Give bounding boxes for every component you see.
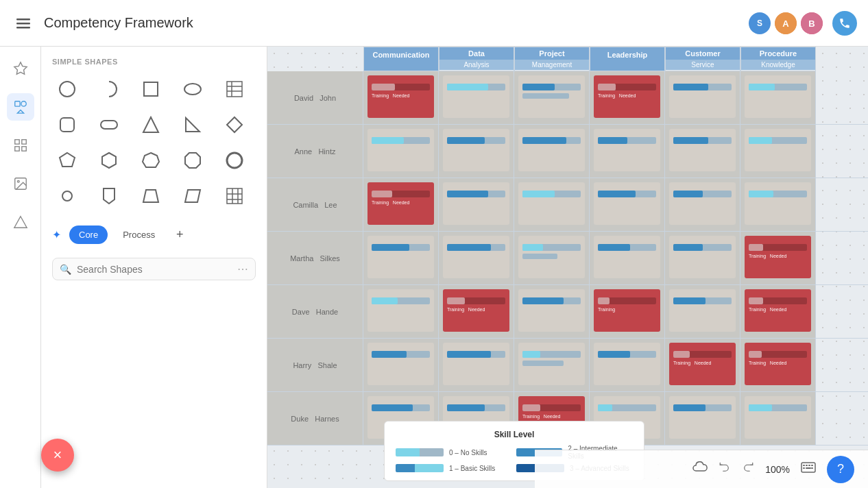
svg-marker-30 — [60, 153, 75, 167]
cell-3-1: Training Needed — [363, 178, 439, 231]
tab-process[interactable]: Process — [113, 225, 165, 244]
cell-4-2 — [439, 232, 514, 284]
svg-marker-37 — [143, 190, 158, 202]
cell-3-4 — [590, 178, 665, 231]
cell-7-6 — [740, 392, 816, 445]
shape-trapezoid[interactable] — [136, 181, 166, 211]
table-row: Martha Silkes — [267, 232, 868, 285]
redo-icon[interactable] — [742, 461, 754, 477]
shape-arc[interactable] — [94, 74, 124, 104]
svg-marker-31 — [102, 153, 116, 168]
header-avatars: S A B — [749, 11, 857, 36]
add-tab-button[interactable]: + — [170, 225, 189, 244]
legend-bar-0 — [396, 448, 444, 456]
legend-item-1: 1 – Basic Skills — [396, 464, 512, 472]
cell-1-4: Training Needed — [590, 71, 665, 124]
sidebar-icon-star[interactable] — [7, 55, 34, 82]
cell-3-5 — [665, 178, 740, 231]
col-data-top: Data — [439, 47, 514, 60]
cell-4-4 — [590, 232, 665, 284]
cell-2-6 — [740, 125, 816, 178]
svg-marker-36 — [104, 188, 114, 204]
cell-2-4 — [590, 125, 665, 178]
row-label-3: Camilla Lee — [267, 178, 363, 231]
sidebar-icon-grid[interactable] — [7, 132, 34, 159]
cell-1-5 — [665, 71, 740, 124]
search-options-icon[interactable]: ⋯ — [237, 263, 248, 276]
shape-pentagon[interactable] — [52, 145, 82, 175]
shape-ellipse[interactable] — [178, 74, 208, 104]
table-row: Dave Hande Training Needed Training — [267, 285, 868, 339]
shape-grid[interactable] — [219, 181, 250, 211]
shape-diamond[interactable] — [219, 110, 250, 140]
table-row: David John Training Needed Training — [267, 71, 868, 125]
col-customer-top: Customer — [666, 47, 740, 60]
shape-rounded-rect[interactable] — [94, 110, 124, 140]
zoom-level: 100% — [765, 464, 790, 475]
cell-5-5 — [665, 285, 740, 338]
col-data-sub: Analysis — [439, 60, 514, 70]
shape-hexagon[interactable] — [94, 145, 124, 175]
svg-point-34 — [227, 153, 242, 168]
cell-6-4 — [590, 339, 665, 391]
cloud-icon[interactable] — [692, 461, 708, 477]
cell-2-5 — [665, 125, 740, 178]
cell-2-2 — [439, 125, 514, 178]
keyboard-icon[interactable] — [801, 462, 816, 476]
svg-marker-7 — [14, 62, 26, 74]
svg-rect-13 — [14, 147, 19, 151]
table-row: Anne Hintz — [267, 125, 868, 178]
fab-button[interactable]: × — [41, 439, 74, 472]
row-label-7: Duke Harnes — [267, 392, 363, 445]
help-button[interactable]: ? — [827, 456, 854, 483]
sidebar-icon-shapes[interactable] — [7, 93, 34, 121]
col-project-top: Project — [515, 47, 589, 60]
col-procedure-top: Procedure — [741, 47, 815, 60]
shape-small-circle[interactable] — [52, 181, 82, 211]
sidebar-icon-triangle[interactable] — [7, 208, 34, 236]
svg-rect-1 — [16, 23, 30, 25]
cell-6-5: Training Needed — [665, 339, 740, 391]
svg-point-18 — [60, 82, 75, 97]
shape-square[interactable] — [136, 74, 166, 104]
shape-circle[interactable] — [52, 74, 82, 104]
shape-triangle[interactable] — [136, 110, 166, 140]
row-label-1: David John — [267, 71, 363, 124]
svg-rect-21 — [227, 82, 242, 97]
cell-1-3 — [514, 71, 590, 124]
cell-3-3 — [514, 178, 590, 231]
shapes-panel: SIMPLE SHAPES — [41, 47, 267, 488]
shapes-grid — [52, 74, 256, 211]
shape-circle-outline[interactable] — [219, 145, 250, 175]
legend-label-1: 1 – Basic Skills — [449, 465, 495, 472]
shape-shield[interactable] — [94, 181, 124, 211]
hamburger-button[interactable] — [11, 11, 36, 36]
page-title: Competency Framework — [44, 15, 749, 31]
svg-marker-10 — [17, 110, 23, 114]
cell-5-2: Training Needed — [439, 285, 514, 338]
tab-core[interactable]: Core — [69, 225, 108, 244]
shape-heptagon[interactable] — [136, 145, 166, 175]
cell-4-6: Training Needed — [740, 232, 816, 284]
legend-label-0: 0 – No Skills — [449, 449, 487, 456]
undo-icon[interactable] — [719, 461, 731, 477]
svg-point-16 — [17, 180, 19, 182]
table-row: Camilla Lee Training Needed — [267, 178, 868, 232]
column-headers: Communication Data Analysis Project Mana… — [363, 47, 868, 71]
cell-6-6: Training Needed — [740, 339, 816, 391]
shape-right-triangle[interactable] — [178, 110, 208, 140]
svg-text:B: B — [808, 19, 815, 29]
search-input[interactable] — [77, 264, 237, 275]
cell-1-2 — [439, 71, 514, 124]
svg-rect-12 — [21, 140, 25, 144]
shape-rounded-square[interactable] — [52, 110, 82, 140]
phone-button[interactable] — [832, 11, 857, 36]
svg-marker-32 — [143, 153, 159, 167]
sidebar-icon-image[interactable] — [7, 170, 34, 197]
shape-parallelogram[interactable] — [178, 181, 208, 211]
svg-marker-29 — [227, 117, 242, 132]
shape-table[interactable] — [219, 74, 250, 104]
svg-rect-26 — [101, 121, 117, 129]
shape-octagon[interactable] — [178, 145, 208, 175]
legend-bar-1 — [396, 464, 444, 472]
